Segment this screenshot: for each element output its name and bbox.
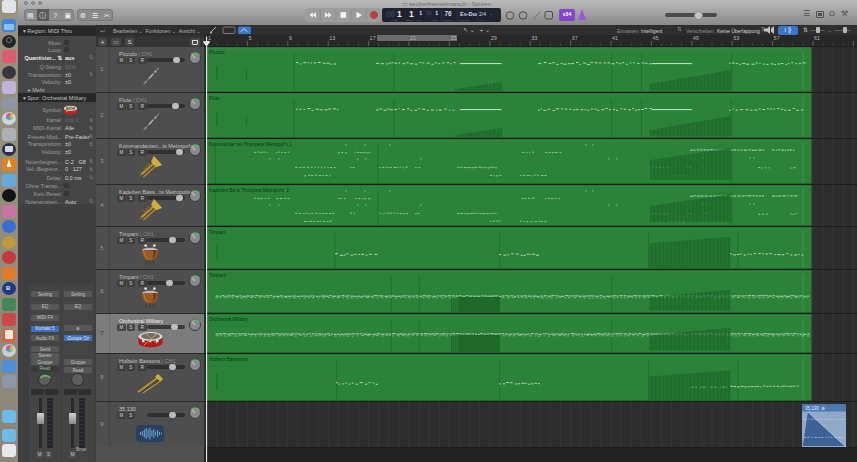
svg-text:Flute: Flute xyxy=(209,96,220,101)
svg-text:Piccolo: Piccolo xyxy=(209,50,225,55)
svg-text:Kommandanten Trumpets Metropol: Kommandanten Trumpets Metropolis 1 xyxy=(209,142,292,147)
svg-text:Holbein Bassoons: Holbein Bassoons xyxy=(209,357,248,362)
svg-text:Kadetten Bass Trumpets Metropo: Kadetten Bass Trumpets Metropolis 2 xyxy=(209,188,289,193)
svg-text:Timpani: Timpani xyxy=(209,230,226,235)
svg-text:35,130 ⊕: 35,130 ⊕ xyxy=(805,406,825,411)
svg-text:Timpani: Timpani xyxy=(209,273,226,278)
svg-text:Orchestral Military: Orchestral Military xyxy=(209,317,248,322)
